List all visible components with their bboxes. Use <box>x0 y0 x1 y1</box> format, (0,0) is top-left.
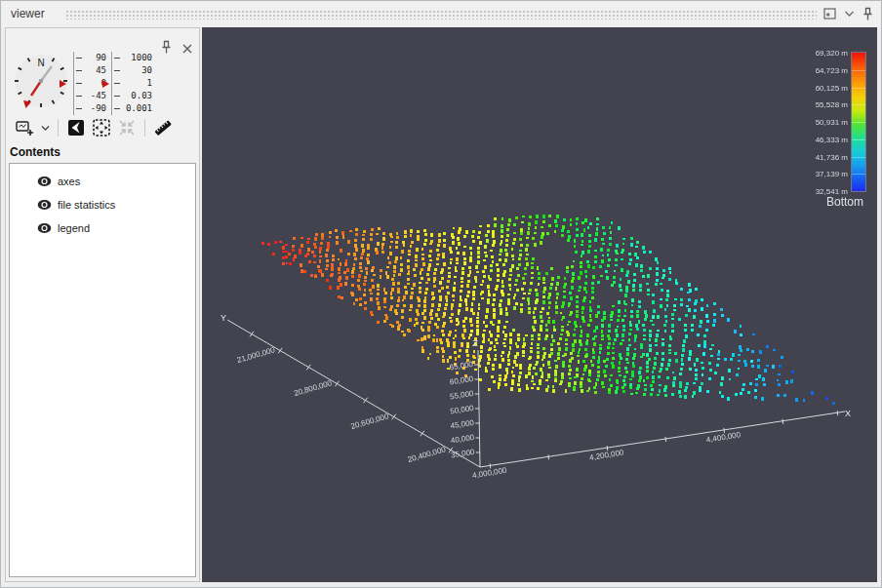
collapse-button[interactable] <box>116 117 138 138</box>
ruler-button[interactable] <box>152 117 174 138</box>
fit-all-button[interactable] <box>91 117 112 138</box>
panel-toolbar <box>14 115 174 140</box>
scale-tick-label: 0.001 <box>122 102 152 115</box>
add-view-button[interactable] <box>14 117 35 138</box>
scale-tick-label: 90 <box>84 52 106 64</box>
list-item-label: axes <box>58 176 80 187</box>
scale-tick: 45 <box>76 64 106 77</box>
dock-panel: N 90450-45-90 10003010.030.001 <box>5 27 200 582</box>
scale-tick: 30 <box>114 64 152 77</box>
tilt-scale[interactable]: 90450-45-90 <box>73 52 106 115</box>
eye-icon <box>37 199 52 211</box>
list-item[interactable]: legend <box>10 216 195 240</box>
scale-tick-label: 1000 <box>122 52 152 64</box>
panel-close-icon[interactable] <box>181 41 193 59</box>
zoom-scale[interactable]: 10003010.030.001 <box>111 52 152 115</box>
float-window-icon[interactable] <box>823 8 836 20</box>
scale-tick-label: 30 <box>122 64 152 77</box>
compass-north-label: N <box>37 58 44 68</box>
add-view-dropdown-icon[interactable] <box>39 117 51 138</box>
chevron-down-icon[interactable] <box>844 10 855 18</box>
scale-tick-label: 0.03 <box>122 90 152 102</box>
fit-view-button[interactable] <box>65 117 87 138</box>
viewer-window: viewer <box>0 0 882 588</box>
eye-icon <box>37 176 52 187</box>
scale-tick: 90 <box>76 52 106 64</box>
scale-tick-label: 45 <box>84 64 106 77</box>
contents-list[interactable]: axesfile statisticslegend <box>9 163 196 577</box>
list-item-label: file statistics <box>58 199 115 211</box>
window-title: viewer <box>11 7 45 20</box>
list-item-label: legend <box>58 222 90 234</box>
scale-tick: -90 <box>76 102 106 115</box>
scale-tick: -45 <box>76 90 106 102</box>
tilt-pointer-icon <box>60 80 66 88</box>
panel-pin-icon[interactable] <box>161 40 172 59</box>
viewer-3d[interactable]: 4,000,0004,200,0004,400,000X20,400,00020… <box>202 27 877 582</box>
list-item[interactable]: file statistics <box>10 193 195 216</box>
eye-icon <box>37 222 52 234</box>
drag-handle-dots[interactable] <box>65 10 817 20</box>
scale-tick: 1 <box>114 77 152 90</box>
pin-icon[interactable] <box>862 7 873 21</box>
toolbar-separator <box>144 119 145 137</box>
scale-tick: 1000 <box>114 52 152 64</box>
titlebar: viewer <box>1 1 881 27</box>
scale-tick-label: -90 <box>84 102 106 115</box>
scale-tick-label: 1 <box>122 77 152 90</box>
list-item[interactable]: axes <box>10 170 195 193</box>
scale-tick: 0.001 <box>114 102 152 115</box>
scale-tick-label: -45 <box>84 90 106 102</box>
zoom-pointer-icon <box>102 80 109 88</box>
point-cloud-canvas[interactable] <box>202 27 877 582</box>
contents-header: Contents <box>10 145 60 159</box>
scale-tick: 0.03 <box>114 90 152 102</box>
toolbar-separator <box>58 119 59 137</box>
